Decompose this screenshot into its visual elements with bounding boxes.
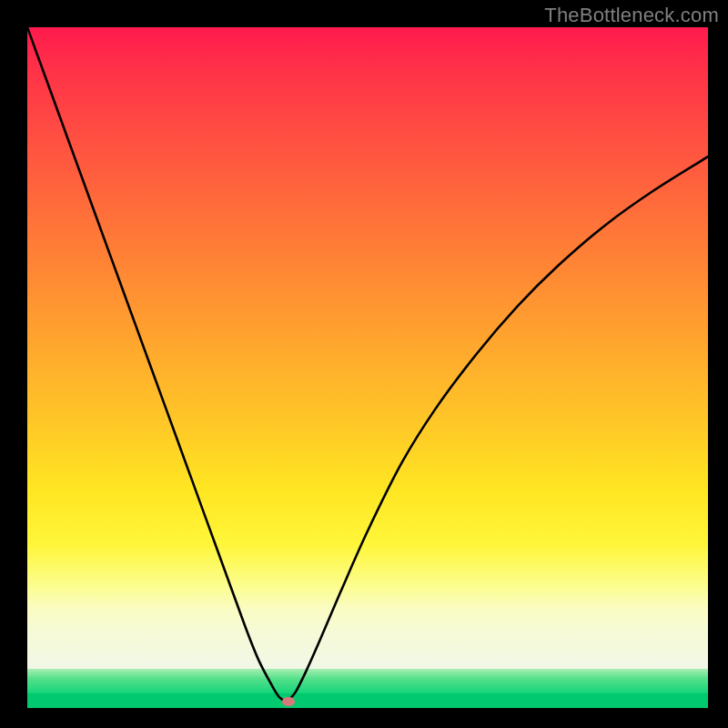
- chart-root: TheBottleneck.com: [0, 0, 728, 728]
- plot-area: [27, 27, 708, 708]
- curve-svg: [27, 27, 708, 708]
- optimum-marker: [282, 697, 295, 706]
- bottleneck-curve-path: [27, 27, 708, 701]
- watermark-text: TheBottleneck.com: [544, 4, 719, 27]
